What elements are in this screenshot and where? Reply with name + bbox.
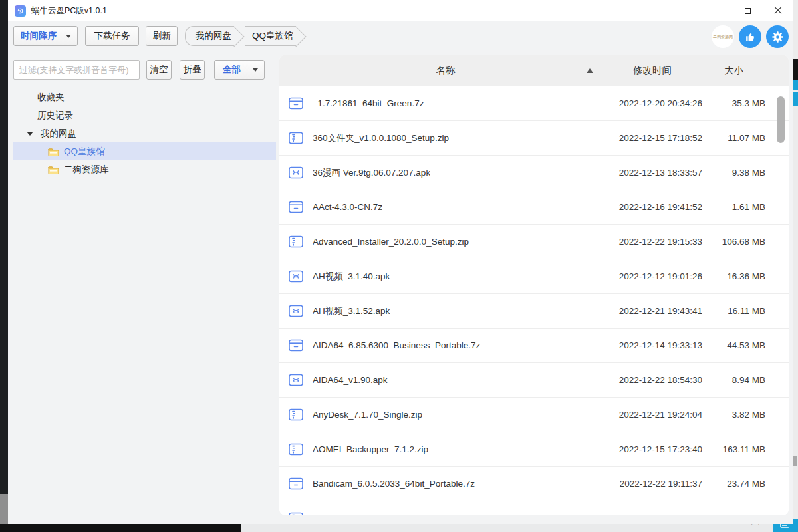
collapse-tree-button[interactable]: 折叠	[180, 60, 205, 80]
file-name: AIDA64_6.85.6300_Business_Portable.7z	[313, 340, 480, 350]
file-modified-time: 2022-12-21 19:41:11	[602, 513, 702, 515]
file-name: AH视频_3.1.52.apk	[313, 305, 390, 317]
archive-7z-file-icon	[289, 201, 303, 213]
filter-input[interactable]	[13, 60, 140, 80]
file-size: 23.74 MB	[702, 479, 765, 489]
file-modified-time: 2022-12-15 17:18:52	[602, 133, 702, 143]
app-logo-snail-icon	[15, 5, 26, 17]
toolbar: 时间降序 下载任务 刷新 我的网盘 QQ皇族馆 二狗资源网	[8, 21, 793, 53]
close-icon	[774, 7, 782, 15]
sort-ascending-icon[interactable]	[587, 68, 593, 73]
table-row[interactable]: 36漫画 Ver.9tg.06.07.207.apk 2022-12-13 18…	[279, 156, 789, 190]
file-modified-time: 2022-12-20 20:34:26	[602, 98, 702, 108]
file-panel: 名称 修改时间 大小 _1.7.21861_64bit_Green.7z 202…	[279, 55, 789, 515]
table-row[interactable]: AOMEI_Backupper_7.1.2.zip 2022-12-15 17:…	[279, 432, 789, 467]
file-name: AnyDesk_7.1.70_Single.zip	[313, 410, 422, 420]
minimize-icon	[714, 11, 722, 11]
download-tasks-button[interactable]: 下载任务	[85, 26, 139, 46]
table-row[interactable]: 360文件夹_v1.0.0.1080_Setup.zip 2022-12-15 …	[279, 121, 789, 156]
archive-zip-file-icon	[289, 443, 303, 456]
file-name: AOMEI_Backupper_7.1.2.zip	[313, 444, 428, 454]
table-row[interactable]: AH视频_3.1.40.apk 2022-12-12 19:01:26 16.3…	[279, 259, 789, 294]
table-row[interactable]: Bandicam_6.0.5.2033_64bit_Portable.7z 20…	[279, 467, 789, 501]
android-apk-file-icon	[289, 166, 303, 179]
table-row[interactable]: Advanced_Installer_20.2.0.0_Setup.zip 20…	[279, 225, 789, 259]
file-size: 35.3 MB	[702, 98, 765, 108]
file-name: AH视频_3.1.40.apk	[313, 271, 390, 283]
sort-order-dropdown[interactable]: 时间降序	[13, 26, 78, 46]
table-header: 名称 修改时间 大小	[279, 55, 789, 86]
file-size: 44.53 MB	[702, 340, 765, 350]
sidebar-tree: 收藏夹 历史记录 我的网盘 QQ皇族馆 二狗资源库	[13, 88, 276, 178]
file-size: 1.61 MB	[702, 202, 765, 212]
file-size: 16.36 MB	[702, 271, 765, 281]
folder-icon	[48, 147, 59, 156]
file-modified-time: 2022-12-22 19:15:33	[602, 237, 702, 247]
file-name: AAct-4.3.0-CN.7z	[313, 202, 382, 212]
breadcrumb-current-folder[interactable]: QQ皇族馆	[245, 26, 296, 46]
tree-item-ergou-folder[interactable]: 二狗资源库	[13, 160, 276, 178]
refresh-button[interactable]: 刷新	[146, 26, 178, 46]
file-name: Advanced_Installer_20.2.0.0_Setup.zip	[313, 237, 469, 247]
gear-icon	[771, 30, 785, 44]
tree-item-favorites[interactable]: 收藏夹	[13, 88, 276, 106]
archive-zip-file-icon	[289, 132, 303, 144]
tree-item-qq-folder[interactable]: QQ皇族馆	[13, 142, 276, 160]
file-modified-time: 2022-12-22 19:11:37	[602, 479, 702, 489]
clear-filter-button[interactable]: 清空	[146, 60, 172, 80]
file-name: _1.7.21861_64bit_Green.7z	[313, 98, 424, 108]
breadcrumb-my-drive[interactable]: 我的网盘	[185, 26, 234, 46]
table-row[interactable]: _1.7.21861_64bit_Green.7z 2022-12-20 20:…	[279, 86, 789, 121]
file-size: 3.82 MB	[702, 410, 765, 420]
file-size: 163.11 MB	[702, 444, 765, 454]
taskbar-dark-segment	[0, 524, 241, 532]
table-row[interactable]: AIDA64_v1.90.apk 2022-12-22 18:54:30 8.9…	[279, 363, 789, 398]
file-name: Bandicam_6.0.5.2033_64bit_Portable.7z	[313, 479, 475, 489]
file-modified-time: 2022-12-22 18:54:30	[602, 375, 702, 385]
background-window-left-edge-lower	[0, 494, 8, 524]
table-row[interactable]: AIDA64_6.85.6300_Business_Portable.7z 20…	[279, 329, 789, 363]
scrollbar-thumb[interactable]	[777, 96, 785, 143]
tree-item-my-drive[interactable]: 我的网盘	[13, 124, 276, 142]
archive-7z-file-icon	[289, 97, 303, 110]
maximize-icon	[745, 8, 751, 14]
file-type-dropdown[interactable]: 全部	[214, 60, 265, 80]
file-modified-time: 2022-12-13 18:33:57	[602, 168, 702, 178]
file-name: 360文件夹_v1.0.0.1080_Setup.zip	[313, 132, 449, 144]
file-name: 36漫画 Ver.9tg.06.07.207.apk	[313, 167, 430, 179]
file-size: 4.01 MB	[702, 513, 765, 515]
minimize-button[interactable]	[703, 0, 733, 21]
sort-order-value: 时间降序	[21, 30, 57, 42]
tree-item-history[interactable]: 历史记录	[13, 106, 276, 124]
column-header-modified[interactable]: 修改时间	[602, 65, 702, 77]
thumbs-up-button[interactable]	[739, 25, 761, 48]
column-header-name[interactable]: 名称	[289, 65, 602, 77]
app-window: 蜗牛云盘PC版v1.0.1 时间降序 下载任务 刷新 我的网盘 QQ皇族馆 二狗…	[8, 0, 793, 524]
breadcrumb: 我的网盘 QQ皇族馆	[185, 26, 307, 46]
file-size: 9.38 MB	[702, 168, 765, 178]
table-row[interactable]: AAct-4.3.0-CN.7z 2022-12-16 19:41:52 1.6…	[279, 190, 789, 225]
sidebar-filter-row: 清空 折叠 全部	[13, 60, 274, 80]
background-window-left-edge	[0, 0, 8, 524]
file-size: 16.11 MB	[702, 306, 765, 316]
taskbar: ⌐¬	[0, 524, 798, 532]
table-row[interactable]: AH视频_3.1.52.apk 2022-12-21 19:43:41 16.1…	[279, 294, 789, 329]
file-modified-time: 2022-12-15 17:23:40	[602, 444, 702, 454]
table-row[interactable]: AnyDesk_7.1.70_Single.zip 2022-12-21 19:…	[279, 398, 789, 432]
file-modified-time: 2022-12-14 19:33:13	[602, 340, 702, 350]
maximize-button[interactable]	[733, 0, 763, 21]
archive-zip-file-icon	[289, 512, 303, 515]
thumbs-up-icon	[744, 31, 757, 43]
titlebar: 蜗牛云盘PC版v1.0.1	[8, 0, 793, 21]
archive-zip-file-icon	[289, 235, 303, 248]
column-header-size[interactable]: 大小	[702, 65, 765, 77]
file-type-value: 全部	[223, 64, 241, 76]
site-logo-badge[interactable]: 二狗资源网	[712, 25, 734, 48]
file-name: AIDA64_v1.90.apk	[313, 375, 388, 385]
close-button[interactable]	[763, 0, 793, 21]
table-row[interactable]: Bypass_1.15.1.zip 2022-12-21 19:41:11 4.…	[279, 501, 789, 515]
file-modified-time: 2022-12-16 19:41:52	[602, 202, 702, 212]
settings-button[interactable]	[766, 25, 789, 48]
file-modified-time: 2022-12-21 19:24:04	[602, 410, 702, 420]
expanded-triangle-icon[interactable]	[27, 132, 33, 136]
